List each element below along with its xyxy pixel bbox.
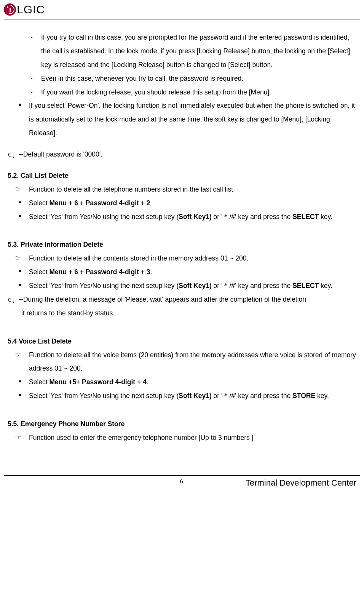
text-bold: Soft Key1) (179, 282, 212, 289)
text-bold: Soft Key1) (179, 213, 212, 221)
note-line: ¢¸ ―During the deletion, a message of 'P… (8, 293, 356, 307)
text: Select (29, 268, 49, 276)
text: key. (319, 213, 332, 221)
text: . (150, 268, 152, 276)
note-text: Default password is '0000'. (23, 150, 102, 158)
pointer-list: Function to delete all the contents stor… (8, 252, 356, 265)
list-item: Select Menu + 6 + Password 4-digit + 3. (18, 265, 356, 279)
footer-area: 6 Terminal Development Center (4, 475, 360, 488)
list-item: Select 'Yes' from Yes/No using the next … (18, 210, 356, 224)
list-item: Select 'Yes' from Yes/No using the next … (18, 389, 356, 403)
pointer-list: Function used to enter the emergency tel… (8, 431, 356, 445)
text-bold: SELECT (292, 213, 319, 221)
text: or '＊/#' key and press the (212, 282, 292, 289)
footer: 6 Terminal Development Center (4, 476, 360, 488)
text: Select 'Yes' from Yes/No using the next … (29, 213, 179, 221)
text: or '＊/#' key and press the (212, 213, 292, 221)
section-heading-5-4: 5.4 Voice List Delete (8, 335, 356, 348)
text: or '＊/#' key and press the (212, 392, 292, 400)
note-prefix: ¢¸ ― (8, 296, 23, 303)
pointer-list: Function to delete all the telephone num… (8, 183, 356, 197)
header: LGIC (4, 3, 360, 19)
section-heading-5-5: 5.5. Emergency Phone Number Store (8, 417, 356, 431)
note-text: During the deletion, a message of 'Pleas… (23, 296, 306, 303)
footer-center-text: Terminal Development Center (246, 478, 356, 488)
section-heading-5-3: 5.3. Private Information Delete (8, 238, 356, 252)
text: key. (315, 392, 329, 400)
logo-text: LGIC (17, 3, 45, 16)
list-item: Even in this case, whenever you try to c… (30, 72, 356, 86)
document-body: If you try to call in this case, you are… (4, 19, 360, 445)
note-prefix: ¢¸ ― (8, 150, 23, 158)
list-item: Select 'Yes' from Yes/No using the next … (18, 279, 356, 293)
note-line: ¢¸ ―Default password is '0000'. (8, 148, 356, 161)
text-bold: Soft Key1) (179, 392, 212, 400)
text: Select (29, 378, 49, 386)
list-item: Function used to enter the emergency tel… (15, 431, 356, 445)
bullet-list: Select Menu + 6 + Password 4-digit + 3. … (8, 265, 356, 293)
text: Select (29, 199, 49, 207)
section-heading-5-2: 5.2. Call List Delete (8, 169, 356, 183)
text-bold: SELECT (292, 282, 319, 289)
list-item: Select Menu +5+ Password 4-digit + 4. (18, 376, 356, 389)
dash-list: If you try to call in this case, you are… (8, 31, 356, 99)
text-bold: Menu + 6 + Password 4-digit + 2 (49, 199, 150, 207)
list-item: Function to delete all the voice items (… (15, 348, 356, 376)
list-item: If you try to call in this case, you are… (30, 31, 356, 72)
text: Select 'Yes' from Yes/No using the next … (29, 282, 179, 289)
bullet-list: If you select 'Power-On', the locking fu… (8, 99, 356, 140)
text-bold: STORE (292, 392, 315, 400)
text: Select 'Yes' from Yes/No using the next … (29, 392, 179, 400)
note-continuation: it returns to the stand-by status. (8, 307, 356, 320)
text: . (147, 378, 148, 386)
list-item: If you select 'Power-On', the locking fu… (18, 99, 356, 140)
list-item: Function to delete all the contents stor… (15, 252, 356, 265)
page-number: 6 (180, 478, 183, 484)
list-item: If you want the locking release, you sho… (30, 86, 356, 99)
bullet-list: Select Menu + 6 + Password 4-digit + 2 S… (8, 197, 356, 224)
text-bold: Menu +5+ Password 4-digit + 4 (49, 378, 147, 386)
text-bold: Menu + 6 + Password 4-digit + 3 (49, 268, 150, 276)
pointer-list: Function to delete all the voice items (… (8, 348, 356, 376)
list-item: Select Menu + 6 + Password 4-digit + 2 (18, 197, 356, 210)
lg-logo-icon (4, 3, 16, 16)
text: key. (319, 282, 332, 289)
bullet-list: Select Menu +5+ Password 4-digit + 4. Se… (8, 376, 356, 403)
list-item: Function to delete all the telephone num… (15, 183, 356, 197)
